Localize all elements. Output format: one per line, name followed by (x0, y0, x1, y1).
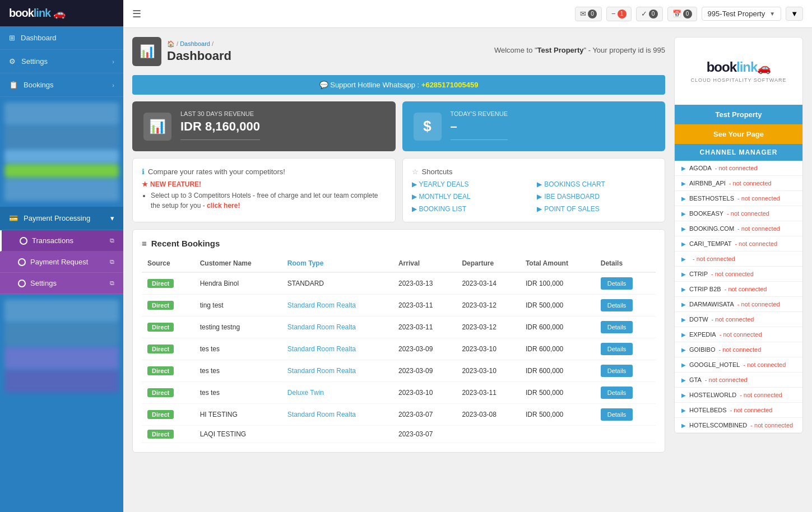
cell-departure-0: 2023-03-14 (456, 272, 519, 295)
channel-item-14[interactable]: ▶ GTA - not connected (675, 373, 802, 388)
cell-amount-7 (520, 426, 595, 443)
hamburger-menu[interactable]: ☰ (132, 8, 141, 20)
right-panel-property: Test Property (675, 105, 802, 124)
cell-source-1: Direct (142, 295, 194, 316)
channel-item-3[interactable]: ▶ BOOKEASY - not connected (675, 206, 802, 221)
col-source: Source (142, 255, 194, 272)
sidebar-item-bookings[interactable]: 📋 Bookings › (0, 73, 123, 97)
cell-room-1[interactable]: Standard Room Realta (282, 295, 393, 316)
channel-item-0[interactable]: ▶ AGODA - not connected (675, 161, 802, 176)
cell-amount-1: IDR 500,000 (520, 295, 595, 316)
arrow-icon-4: ▶ (537, 180, 542, 188)
topbar: ☰ ✉ 0 − 1 ✓ 0 📅 0 995-Test Property ▼ (123, 0, 812, 28)
cell-arrival-0: 2023-03-13 (393, 272, 456, 295)
cell-room-4[interactable]: Standard Room Realta (282, 360, 393, 382)
shortcut-booking-list[interactable]: ▶ BOOKING LIST (412, 205, 531, 213)
channel-item-1[interactable]: ▶ AIRBNB_API - not connected (675, 176, 802, 191)
table-icon: ≡ (142, 239, 147, 248)
room-link-2[interactable]: Standard Room Realta (287, 323, 356, 331)
source-badge-1: Direct (147, 301, 174, 310)
shortcut-monthly-deal[interactable]: ▶ MONTHLY DEAL (412, 193, 531, 201)
shortcut-yearly-deals[interactable]: ▶ YEARLY DEALS (412, 180, 531, 188)
calendar-btn[interactable]: 📅 0 (667, 7, 697, 21)
revenue-divider-today (451, 139, 508, 142)
channel-item-10[interactable]: ▶ DOTW - not connected (675, 312, 802, 327)
channel-status-1: - not connected (729, 180, 772, 187)
details-btn-0[interactable]: Details (601, 277, 633, 290)
shortcut-point-of-sales[interactable]: ▶ POINT OF SALES (537, 205, 656, 213)
channel-item-7[interactable]: ▶ CTRIP - not connected (675, 267, 802, 282)
shortcut-bookings-chart[interactable]: ▶ BOOKINGS CHART (537, 180, 656, 188)
compare-desc: Select up to 3 Competitors Hotels - free… (142, 190, 386, 211)
channel-item-15[interactable]: ▶ HOSTELWORLD - not connected (675, 388, 802, 403)
channel-item-5[interactable]: ▶ CARI_TEMPAT - not connected (675, 236, 802, 252)
revenue-row: 📊 LAST 30 DAYS REVENUE IDR 8,160,000 $ T… (132, 101, 665, 151)
page-title: Dashboard (167, 49, 231, 63)
channel-item-12[interactable]: ▶ GOIBIBO - not connected (675, 342, 802, 357)
property-dropdown-btn[interactable]: ▼ (786, 7, 803, 21)
cell-details-1: Details (595, 295, 656, 316)
cell-room-5[interactable]: Deluxe Twin (282, 382, 393, 404)
channel-item-4[interactable]: ▶ BOOKING.COM - not connected (675, 221, 802, 236)
room-link-3[interactable]: Standard Room Realta (287, 345, 356, 353)
cell-room-7 (282, 426, 393, 443)
room-link-6[interactable]: Standard Room Realta (287, 411, 356, 418)
property-selector[interactable]: 995-Test Property ▼ (702, 7, 782, 21)
sidebar-sub-payment-request[interactable]: Payment Request ⧉ (0, 252, 123, 273)
channel-item-13[interactable]: ▶ GOOGLE_HOTEL - not connected (675, 357, 802, 373)
cell-arrival-1: 2023-03-11 (393, 295, 456, 316)
cell-amount-6: IDR 500,000 (520, 404, 595, 426)
payment-processing-header[interactable]: 💳 Payment Processing ▾ (0, 207, 123, 230)
cell-details-5: Details (595, 382, 656, 404)
see-your-page-btn[interactable]: See Your Page (675, 124, 802, 144)
room-link-5[interactable]: Deluxe Twin (287, 389, 324, 397)
channel-item-8[interactable]: ▶ CTRIP B2B - not connected (675, 282, 802, 297)
revenue-value-last30: IDR 8,160,000 (180, 119, 260, 134)
sidebar-sub-transactions[interactable]: Transactions ⧉ (0, 230, 123, 252)
cell-details-7 (595, 426, 656, 443)
room-link-1[interactable]: Standard Room Realta (287, 301, 356, 309)
cell-room-3[interactable]: Standard Room Realta (282, 338, 393, 360)
content-main: 📊 🏠 / Dashboard / Dashboard Welcome to "… (132, 37, 665, 503)
sidebar-item-dashboard[interactable]: ⊞ Dashboard (0, 26, 123, 50)
channel-item-11[interactable]: ▶ EXPEDIA - not connected (675, 327, 802, 342)
content-area: 📊 🏠 / Dashboard / Dashboard Welcome to "… (123, 28, 812, 512)
cell-amount-3: IDR 600,000 (520, 338, 595, 360)
minus-btn[interactable]: − 1 (606, 7, 632, 21)
details-btn-3[interactable]: Details (601, 343, 633, 355)
arrow-icon-3: ▶ (412, 205, 417, 213)
sidebar-item-settings[interactable]: ⚙ Settings › (0, 50, 123, 73)
recent-bookings-section: ≡ Recent Bookings Source Customer Name R… (132, 229, 665, 453)
shortcut-ibe-dashboard[interactable]: ▶ IBE DASHBOARD (537, 193, 656, 201)
sidebar-sub-pp-settings[interactable]: Settings ⧉ (0, 273, 123, 294)
cell-room-6[interactable]: Standard Room Realta (282, 404, 393, 426)
source-badge-2: Direct (147, 323, 174, 332)
cell-departure-6: 2023-03-08 (456, 404, 519, 426)
channel-item-2[interactable]: ▶ BESTHOSTELS - not connected (675, 191, 802, 206)
cell-customer-4: tes tes (194, 360, 282, 382)
room-link-4[interactable]: Standard Room Realta (287, 367, 356, 375)
breadcrumb-dashboard-link[interactable]: Dashboard (180, 40, 210, 47)
check-icon: ✓ (641, 10, 647, 18)
channel-arrow-9: ▶ (681, 301, 686, 308)
channel-name-11: EXPEDIA (689, 331, 716, 338)
source-badge-6: Direct (147, 410, 174, 419)
details-btn-6[interactable]: Details (601, 408, 633, 421)
channel-item-17[interactable]: ▶ HOTELSCOMBINED - not connected (675, 418, 802, 433)
channel-item-16[interactable]: ▶ HOTELBEDS - not connected (675, 403, 802, 418)
revenue-label-last30: LAST 30 DAYS REVENUE (180, 110, 260, 117)
channel-item-6[interactable]: ▶ - not connected (675, 252, 802, 267)
details-btn-1[interactable]: Details (601, 299, 633, 311)
bookings-table: Source Customer Name Room Type Arrival D… (142, 255, 656, 443)
click-here-link[interactable]: click here! (207, 202, 240, 210)
details-btn-4[interactable]: Details (601, 365, 633, 377)
details-btn-2[interactable]: Details (601, 321, 633, 333)
channel-item-9[interactable]: ▶ DARMAWISATA - not connected (675, 297, 802, 312)
channel-arrow-4: ▶ (681, 226, 686, 232)
check-btn[interactable]: ✓ 0 (636, 7, 663, 21)
details-btn-5[interactable]: Details (601, 387, 633, 399)
cell-room-2[interactable]: Standard Room Realta (282, 316, 393, 338)
channel-status-9: - not connected (737, 301, 780, 308)
envelope-btn[interactable]: ✉ 0 (575, 7, 602, 21)
cell-departure-3: 2023-03-10 (456, 338, 519, 360)
